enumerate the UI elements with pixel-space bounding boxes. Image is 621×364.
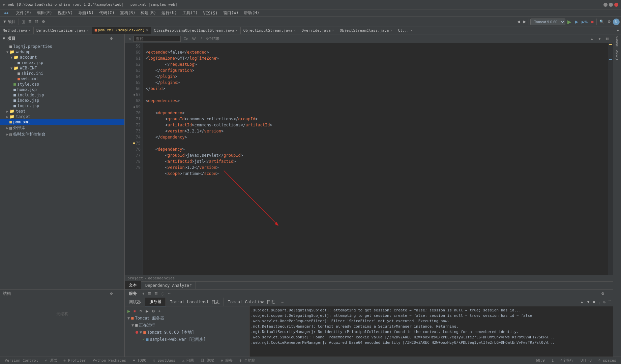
window-controls[interactable]: — □ × (603, 3, 618, 7)
svc-more-btn[interactable]: ⋯ (167, 291, 173, 297)
toolbar-back-btn[interactable]: ◀ (516, 19, 521, 25)
menu-item-code[interactable]: 代码(C) (96, 9, 117, 17)
svc-tab-scroll-down[interactable]: ▼ (585, 299, 592, 305)
svc-add-btn[interactable]: + (141, 291, 146, 297)
menu-item-build[interactable]: 构建(B) (138, 9, 159, 17)
sidebar-settings-btn[interactable]: ⚙ (109, 36, 114, 41)
toolbar-settings-btn[interactable]: ⚙ (40, 19, 47, 25)
find-case-btn[interactable]: Cc (182, 36, 189, 41)
structure-settings-btn[interactable]: ⚙ (109, 291, 114, 296)
tree-item-include-jsp[interactable]: ■ include.jsp (0, 92, 124, 98)
tree-item-account-index[interactable]: ■ index.jsp (0, 60, 124, 65)
svc-item-running[interactable]: ▼ ■ 正在运行 (125, 322, 249, 329)
menu-item-vcs[interactable]: VCS(S) (200, 10, 220, 16)
tree-item-test[interactable]: ▶ 📁 test (0, 109, 124, 114)
menu-item-help[interactable]: 帮助(H) (241, 9, 262, 17)
tree-item-pom-xml[interactable]: ■ pom.xml (0, 119, 124, 125)
tree-item-login-jsp[interactable]: ■ login.jsp (0, 103, 124, 109)
tree-item-web-xml[interactable]: ■ web.xml (0, 76, 124, 82)
tree-item-log4j[interactable]: ■ log4j.properties (0, 44, 124, 49)
tree-item-account[interactable]: ▼ 📁 account (0, 55, 124, 60)
svc-tab-tomcat-catalina[interactable]: Tomcat Catalina 日志 (224, 298, 279, 306)
svc-settings2-btn[interactable]: ⚙ (150, 308, 156, 314)
svc-tab-wrap[interactable]: ┐ (596, 299, 602, 305)
search-everywhere-btn[interactable]: 🔍 (598, 19, 605, 25)
tab-object-inputstream[interactable]: ObjectInputStream.java × (241, 27, 299, 34)
tab-close-cl[interactable]: × (411, 29, 413, 32)
svc-add2-btn[interactable]: + (157, 308, 162, 314)
tree-item-target[interactable]: ▶ 📁 target (0, 114, 124, 119)
status-services[interactable]: ⊕ 服务 (219, 358, 235, 363)
svc-tab-filter[interactable]: ☷ (607, 299, 613, 305)
menu-item-file[interactable]: 文件(F) (13, 9, 34, 17)
stop-btn[interactable]: ■ (590, 19, 595, 25)
svc-tab-pin[interactable]: ■ (592, 299, 597, 305)
menu-item-window[interactable]: 窗口(W) (220, 9, 241, 17)
editor-tab-dependency[interactable]: Dependency Analyzer (141, 281, 196, 290)
svc-item-tomcat9[interactable]: ▼ ■ Tomcat 9.0.60 [本地] (125, 329, 249, 336)
svc-tab-debugger[interactable]: 调试器 (125, 298, 145, 306)
minimize-btn[interactable]: — (603, 3, 608, 7)
svc-tab-more[interactable]: ⋯ (280, 299, 285, 305)
run-config-select[interactable]: Tomcat 9.0.60 (530, 19, 565, 25)
breadcrumb-project[interactable]: project (127, 276, 143, 280)
menu-item-tools[interactable]: 工具(T) (180, 9, 201, 17)
tab-pom-xml[interactable]: ■ pom.xml (samples-web) × (92, 27, 151, 34)
rstrip-btn-1[interactable]: Maven (614, 36, 620, 47)
tree-item-style-css[interactable]: ■ style.css (0, 82, 124, 87)
tree-item-webapp-index[interactable]: ■ index.jsp (0, 98, 124, 103)
tree-item-external-lib[interactable]: ▶ ▤ 外部库 (0, 125, 124, 131)
find-prev-btn[interactable]: ▲ (589, 36, 595, 41)
maximize-btn[interactable]: □ (609, 3, 613, 7)
tab-close-ois[interactable]: × (294, 29, 296, 32)
find-filter-btn[interactable]: ☷ (604, 36, 610, 41)
svc-deploy-btn[interactable]: ▶ (144, 308, 150, 314)
editor-tab-text[interactable]: 文本 (125, 281, 141, 290)
tab-cl[interactable]: Cl... × (395, 27, 422, 34)
status-debug[interactable]: ✔ 调试 (43, 358, 59, 363)
svc-tab-server[interactable]: 服务器 (145, 298, 166, 306)
menu-item-nav[interactable]: 导航(N) (76, 9, 96, 17)
tree-item-home-jsp[interactable]: ■ home.jsp (0, 87, 124, 92)
structure-close-btn[interactable]: — (116, 291, 122, 296)
svc-list-btn[interactable]: ☰ (146, 291, 152, 297)
tab-close-pom[interactable]: × (146, 28, 148, 32)
svc-close-btn[interactable]: — (607, 291, 613, 297)
find-next-btn[interactable]: ▼ (596, 36, 603, 41)
find-regex-btn[interactable]: .* (198, 36, 203, 41)
svc-settings-btn[interactable]: ⚙ (600, 291, 606, 297)
menu-item-run[interactable]: 运行(U) (159, 9, 180, 17)
status-python-packages[interactable]: Python Packages (91, 358, 128, 363)
status-problems[interactable]: ⚠ 问题 (180, 358, 196, 363)
toolbar-project-btn[interactable]: ▼ 项目 (1, 18, 17, 25)
sidebar-close-btn[interactable]: — (116, 36, 122, 41)
profile-avatar[interactable]: U (613, 19, 620, 25)
svc-restart-btn[interactable]: ↻ (138, 308, 144, 314)
tab-objectstreamclass[interactable]: ObjectStreamClass.java × (337, 27, 395, 34)
status-search[interactable]: ❇ 全能搜 (237, 358, 257, 363)
tab-class-resolving[interactable]: ClassResolvingObjectInputStream.java × (151, 27, 240, 34)
svc-group-btn[interactable]: ◌ (160, 291, 166, 297)
tree-item-webinf[interactable]: ▼ 📁 WEB-INF (0, 65, 124, 71)
tab-default-serializer[interactable]: DefaultSerializer.java × (34, 27, 92, 34)
tree-item-webapp[interactable]: ▼ 📁 webapp (0, 49, 124, 55)
menu-item-view[interactable]: 视图(V) (55, 9, 76, 17)
tree-item-shiro-ini[interactable]: ■ shiro.ini (0, 71, 124, 76)
find-close-btn[interactable]: × (127, 36, 132, 41)
tab-method-java[interactable]: Method.java × (0, 27, 34, 34)
svc-tab-tomcat-localhost[interactable]: Tomcat Localhost 日志 (166, 298, 224, 306)
tab-close-ds[interactable]: × (87, 29, 89, 32)
tree-item-temp[interactable]: ▶ ▤ 临时文件和控制台 (0, 131, 124, 138)
tab-close-cr[interactable]: × (236, 29, 238, 32)
tab-close-ov[interactable]: × (332, 29, 334, 32)
menu-item-edit[interactable]: 编辑(E) (34, 9, 55, 17)
svc-item-tomcat-server[interactable]: ▼ ■ Tomcat 服务器 (125, 315, 249, 322)
tab-close-method[interactable]: × (29, 29, 31, 32)
run-coverage-btn[interactable]: ▶% (580, 19, 589, 25)
status-spotbugs[interactable]: ⊙ SpotBugs (151, 358, 177, 363)
rstrip-btn-2[interactable]: Gradle (614, 49, 620, 61)
svc-rerun-btn[interactable]: ▶ (126, 308, 131, 314)
find-input[interactable] (134, 36, 181, 42)
status-terminal[interactable]: 目 终端 (199, 358, 216, 363)
tab-close-osc[interactable]: × (390, 29, 392, 32)
